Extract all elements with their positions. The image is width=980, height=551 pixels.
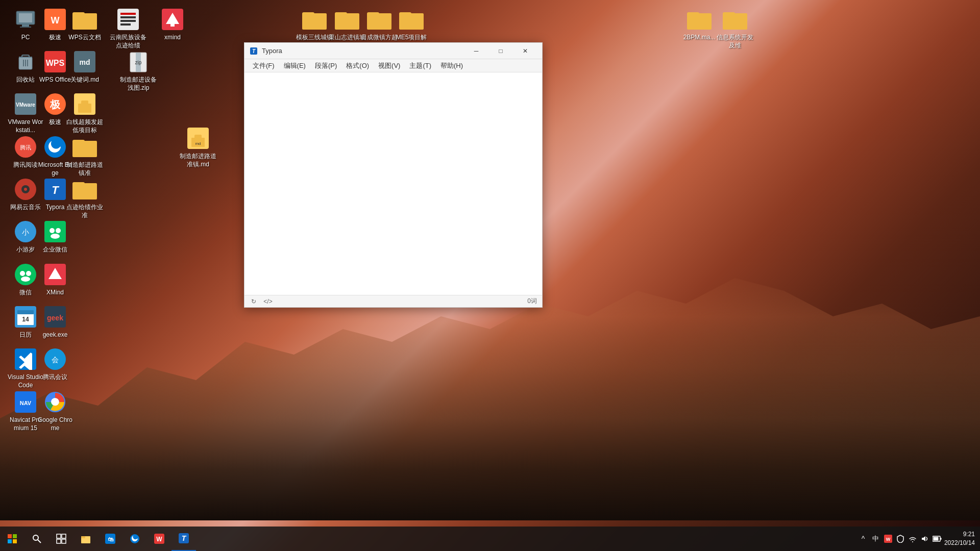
menu-help[interactable]: 帮助(H) <box>436 60 467 71</box>
desktop-icon-xiaoyousui-label: 小游岁 <box>16 246 35 254</box>
taskbar-store[interactable]: 🛍 <box>98 527 122 551</box>
svg-text:md: md <box>80 58 90 66</box>
desktop-icon-homework[interactable]: 点迹给绩作业准 <box>64 175 105 221</box>
desktop-icon-md2[interactable]: md 制造邮进路道准镇.md <box>178 124 218 170</box>
desktop-icon-folder6-label: 信息系统开发及维 <box>717 34 753 49</box>
desktop-icon-md-label: 关键词.md <box>70 76 99 84</box>
statusbar-code-icon[interactable]: </> <box>264 297 272 306</box>
tray-chinese-input[interactable]: 中 <box>870 534 881 543</box>
statusbar-wordcount: 0词 <box>527 297 537 306</box>
tray-wifi[interactable] <box>908 534 918 544</box>
svg-rect-3 <box>20 27 31 28</box>
svg-point-50 <box>51 234 60 239</box>
menu-edit[interactable]: 编辑(E) <box>280 60 310 71</box>
taskbar-search[interactable] <box>24 527 49 551</box>
desktop-icon-geek-label: geek.exe <box>43 331 68 339</box>
desktop-icon-rili-label: 日历 <box>19 331 32 339</box>
svg-text:zip: zip <box>135 60 142 65</box>
svg-rect-47 <box>44 221 66 242</box>
desktop-icon-xmind-label: xmind <box>164 34 181 42</box>
menu-file[interactable]: 文件(F) <box>249 60 279 71</box>
svg-rect-79 <box>57 534 61 538</box>
taskbar-wps[interactable]: W <box>147 527 172 551</box>
desktop-icon-chrome[interactable]: Google Chrome <box>35 388 76 434</box>
svg-rect-13 <box>170 21 175 27</box>
typora-menubar: 文件(F) 编辑(E) 段落(P) 格式(O) 视图(V) 主题(T) 帮助(H… <box>244 59 542 72</box>
desktop-icon-xmind[interactable]: xmind <box>152 5 193 44</box>
desktop-icon-wps-docs[interactable]: WPS云文档 <box>64 5 105 44</box>
statusbar-refresh-icon[interactable]: ↻ <box>250 297 258 306</box>
start-button[interactable] <box>0 527 24 551</box>
typora-statusbar: ↻ </> 0词 <box>244 295 542 307</box>
typora-window: T Typora ─ □ ✕ 文件(F) 编辑(E) 段落(P) 格式(O) 视… <box>244 42 543 308</box>
window-minimize-button[interactable]: ─ <box>464 43 488 59</box>
desktop-icon-zip-label: 制造邮进设备浅图.zip <box>120 76 157 92</box>
menu-view[interactable]: 视图(V) <box>374 60 404 71</box>
typora-title-text: Typora <box>262 47 464 55</box>
svg-rect-95 <box>933 537 938 541</box>
svg-rect-32 <box>81 101 88 105</box>
desktop-icon-geek[interactable]: geek geek.exe <box>35 303 76 341</box>
svg-text:小: 小 <box>22 228 29 236</box>
svg-rect-82 <box>62 539 66 543</box>
taskbar-time[interactable]: 9:21 2022/10/14 <box>944 530 975 547</box>
svg-rect-73 <box>8 534 12 538</box>
desktop-icon-tengxunhui[interactable]: 会 腾讯会议 <box>35 345 76 384</box>
desktop-icon-folder5[interactable]: 2BPM.ma... <box>679 5 720 44</box>
svg-text:VMware: VMware <box>16 102 35 108</box>
desktop-icon-xmind2[interactable]: XMind <box>35 260 76 299</box>
desktop-icon-folder6[interactable]: 信息系统开发及维 <box>715 5 755 52</box>
desktop-icon-baixian[interactable]: 白线超频发超低项目标 <box>64 90 105 136</box>
svg-text:W: W <box>156 536 162 543</box>
tray-expand[interactable]: ^ <box>858 534 868 544</box>
taskbar-explorer[interactable] <box>74 527 98 551</box>
svg-rect-8 <box>120 16 136 18</box>
svg-rect-74 <box>13 534 17 538</box>
desktop-icon-xmind2-label: XMind <box>46 289 64 297</box>
svg-rect-96 <box>940 538 941 540</box>
tray-antivirus[interactable] <box>895 534 905 544</box>
desktop-icon-folder-path[interactable]: 制造邮进路道镇准 <box>64 133 105 179</box>
desktop-icon-folder5-label: 2BPM.ma... <box>683 34 716 42</box>
menu-format[interactable]: 格式(O) <box>342 60 373 71</box>
desktop: PC W 极速 WPS云文档 云南民族设备点迹给绩 xmind 模板三线城镇前路… <box>0 0 980 551</box>
desktop-icon-jisu-label: 极速 <box>49 118 61 127</box>
taskbar-time-text: 9:21 <box>944 530 975 539</box>
svg-rect-35 <box>44 136 66 158</box>
window-controls: ─ □ ✕ <box>464 43 537 59</box>
typora-content-area[interactable] <box>244 72 542 295</box>
svg-rect-84 <box>81 536 85 538</box>
typora-app-icon: T <box>250 47 258 55</box>
svg-line-78 <box>38 540 41 543</box>
taskbar-taskview[interactable] <box>49 527 74 551</box>
svg-text:T: T <box>252 48 256 54</box>
desktop-icon-qiyeweixin[interactable]: 企业微信 <box>35 217 76 256</box>
menu-paragraph[interactable]: 段落(P) <box>311 60 341 71</box>
svg-text:T: T <box>52 184 59 196</box>
desktop-icon-md[interactable]: md 关键词.md <box>64 47 105 86</box>
svg-point-49 <box>56 228 61 233</box>
desktop-icon-baixian-label: 白线超频发超低项目标 <box>66 118 103 134</box>
svg-point-42 <box>24 188 27 191</box>
svg-text:W: W <box>51 15 60 26</box>
svg-rect-75 <box>8 539 12 543</box>
window-close-button[interactable]: ✕ <box>513 43 537 59</box>
menu-theme[interactable]: 主题(T) <box>405 60 435 71</box>
typora-titlebar[interactable]: T Typora ─ □ ✕ <box>244 43 542 59</box>
svg-text:🛍: 🛍 <box>108 536 114 542</box>
tray-battery[interactable] <box>932 534 942 544</box>
desktop-icon-typora-label: Typora <box>46 204 65 212</box>
svg-rect-80 <box>62 534 66 538</box>
tray-volume[interactable] <box>920 534 930 544</box>
svg-rect-10 <box>120 23 131 26</box>
desktop-icon-chrome-label: Google Chrome <box>37 416 74 432</box>
taskbar-typora[interactable]: T <box>172 527 196 551</box>
desktop-icon-zip[interactable]: zip 制造邮进设备浅图.zip <box>118 47 159 94</box>
desktop-icon-yunnan[interactable]: 云南民族设备点迹给绩 <box>108 5 149 52</box>
svg-rect-51 <box>15 264 36 285</box>
svg-text:W: W <box>886 537 891 542</box>
taskbar-edge[interactable] <box>122 527 147 551</box>
window-maximize-button[interactable]: □ <box>489 43 512 59</box>
desktop-icon-pdf-label: 腾讯阅读 <box>13 161 38 169</box>
tray-wps[interactable]: W <box>883 534 893 544</box>
